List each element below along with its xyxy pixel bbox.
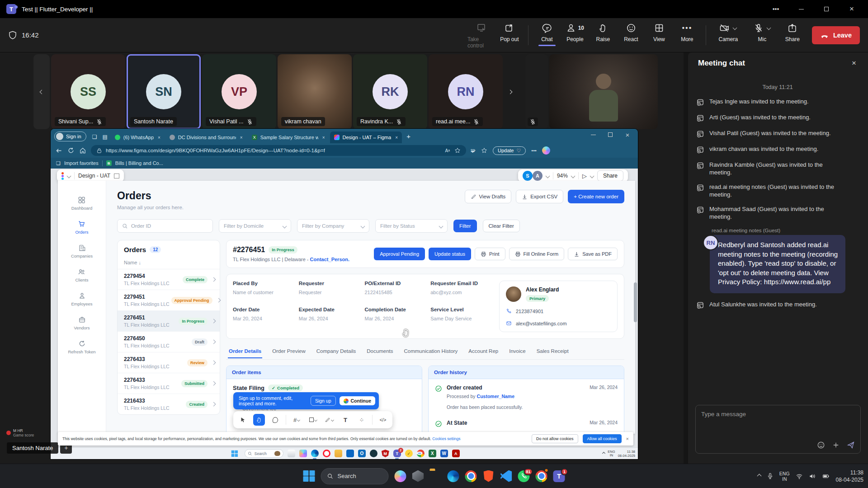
pen-tool[interactable] (323, 414, 335, 426)
shared-start-button[interactable] (231, 450, 238, 456)
tab-account-rep[interactable]: Account Rep (467, 346, 499, 358)
tab-sales-receipt[interactable]: Sales Receipt (536, 346, 570, 358)
order-row[interactable]: 2276433TL Flex Holdings LLC Review (118, 352, 220, 373)
figma-canvas[interactable]: Design - UAT S A 94% ▷ Share (51, 169, 638, 447)
browser-tab[interactable]: DC Divisions and Surroundings× (165, 131, 247, 143)
shared-folder-icon[interactable] (335, 450, 342, 457)
more-button[interactable]: ••• More (673, 22, 701, 42)
workspaces-icon[interactable]: ❏ (92, 134, 97, 140)
present-chevron[interactable] (590, 174, 594, 178)
participant-tile-video-large[interactable] (549, 54, 658, 129)
contact-person-link[interactable]: Contact_Person. (310, 257, 349, 262)
order-row[interactable]: 2276450TL Flex Holdings LLC Draft (118, 332, 220, 352)
tab-invoice[interactable]: Invoice (508, 346, 526, 358)
figma-share-button[interactable]: Share (597, 170, 623, 181)
cookie-close-icon[interactable]: × (626, 436, 629, 441)
leave-button[interactable]: Leave (812, 26, 860, 44)
file-explorer-icon[interactable] (430, 470, 442, 482)
url-field[interactable]: https://www.figma.com/design/9BKQ0FOHRWa… (91, 145, 466, 156)
vertical-tabs-icon[interactable]: ▤ (102, 134, 107, 140)
tab-order-details[interactable]: Order Details (228, 346, 262, 358)
order-id-search-input[interactable]: Order ID (117, 219, 213, 233)
save-as-pdf-button[interactable]: Save as PDF (568, 248, 618, 260)
tray-mic-icon[interactable] (767, 473, 774, 479)
participant-tile[interactable]: RK Ravindra K... (353, 54, 427, 129)
browser-close-button[interactable]: × (619, 129, 636, 141)
cookies-settings-link[interactable]: Cookies settings (432, 436, 460, 441)
browser-minimize-button[interactable] (585, 129, 602, 141)
update-status-button[interactable]: Update status (429, 248, 471, 260)
allow-cookies-button[interactable]: Allow all cookies (583, 434, 622, 443)
settings-more-icon[interactable]: ••• (531, 148, 537, 153)
brave-icon[interactable] (483, 470, 495, 482)
shared-word-icon[interactable]: W (440, 450, 448, 457)
move-tool[interactable] (237, 414, 249, 426)
filter-button[interactable]: Filter (453, 220, 477, 232)
collaborator-avatar[interactable]: A (533, 171, 542, 181)
participant-tile-video[interactable]: vikram chavan (278, 54, 352, 129)
favorite-star-icon[interactable] (454, 147, 461, 154)
tab-close-icon[interactable]: × (158, 135, 160, 140)
shared-app-oval-icon[interactable] (370, 450, 377, 457)
order-row[interactable]: 2276433TL Flex Holdings LLC Submitted (118, 373, 220, 394)
people-button[interactable]: 10 People (561, 22, 589, 42)
new-tab-button[interactable]: + (406, 132, 410, 140)
collaborator-avatar[interactable]: S (523, 171, 533, 181)
tab-order-preview[interactable]: Order Preview (271, 346, 307, 358)
browser-tab[interactable]: (6) WhatsApp× (111, 131, 165, 143)
chat-button[interactable]: Chat (533, 22, 561, 42)
create-new-order-button[interactable]: + Create new order (568, 190, 624, 203)
taskbar-search[interactable]: Search (321, 468, 389, 484)
participant-tile[interactable]: SS Shivani Sup... (51, 54, 125, 129)
shared-copilot-icon[interactable] (299, 450, 307, 457)
layout-panel-icon[interactable] (114, 174, 119, 178)
sidebar-item-employees[interactable]: Employees (71, 292, 93, 306)
participant-tile-partial[interactable] (525, 54, 548, 129)
shared-store-icon[interactable] (346, 450, 354, 457)
clear-filter-button[interactable]: Clear Filter (483, 220, 520, 232)
browser-signin-chip[interactable]: Sign in (54, 131, 86, 141)
tab-communication-history[interactable]: Communication History (403, 346, 458, 358)
sidebar-item-refresh-token[interactable]: Refresh Token (68, 340, 95, 354)
react-button[interactable]: React (617, 22, 645, 42)
pop-out-button[interactable]: Pop out (495, 22, 524, 42)
collaborators-chevron[interactable] (545, 174, 550, 178)
mic-button[interactable]: Mic (746, 22, 778, 42)
sidebar-item-orders[interactable]: Orders (75, 220, 88, 235)
contact-email[interactable]: alex@vstatefilings.com (516, 321, 567, 326)
refresh-icon[interactable] (67, 147, 75, 154)
share-button[interactable]: Share (778, 22, 807, 42)
browser-maximize-button[interactable] (602, 129, 619, 141)
deny-cookies-button[interactable]: Do not allow cookies (532, 434, 578, 443)
import-favorites-link[interactable]: Import favorites (64, 160, 99, 166)
filter-domicile-dropdown[interactable]: Filter by Domicile (219, 219, 291, 233)
send-icon[interactable] (847, 441, 855, 449)
shared-app-icon[interactable] (288, 450, 295, 457)
resources-tool[interactable]: ⁘ (356, 414, 368, 426)
mic-options-chevron[interactable] (766, 26, 771, 30)
attach-plus-icon[interactable] (832, 441, 840, 449)
window-maximize-button[interactable] (816, 0, 836, 18)
order-row[interactable]: 2279451TL Flex Holdings LLC Approval Pen… (118, 290, 220, 311)
home-icon[interactable] (79, 147, 86, 154)
sidebar-item-vendors[interactable]: Vendors (74, 316, 90, 330)
participant-tile-active-speaker[interactable]: SN Santosh Narate (127, 54, 201, 129)
print-button[interactable]: Print (475, 248, 505, 260)
tab-documents[interactable]: Documents (366, 346, 394, 358)
shared-outlook-icon[interactable]: O (358, 450, 366, 457)
present-icon[interactable]: ▷ (582, 173, 587, 179)
shared-opera-icon[interactable] (323, 450, 330, 457)
figma-menu-chevron[interactable] (67, 174, 71, 178)
edge-icon[interactable] (448, 470, 459, 482)
copilot-icon[interactable] (395, 470, 406, 482)
figma-doc-name[interactable]: Design - UAT (78, 173, 110, 179)
copilot-icon[interactable] (542, 146, 550, 155)
dev-mode-toggle[interactable]: </> (377, 414, 389, 426)
browser-tab-active[interactable]: Design - UAT – Figma× (330, 131, 402, 143)
emoji-icon[interactable] (817, 441, 825, 449)
tab-company-details[interactable]: Company Details (316, 346, 357, 358)
filter-company-dropdown[interactable]: Filter by Company (297, 219, 369, 233)
view-drafts-button[interactable]: View Drafts (465, 190, 512, 203)
window-minimize-button[interactable] (791, 0, 811, 18)
shared-teams-icon[interactable]: T2 (393, 450, 401, 457)
